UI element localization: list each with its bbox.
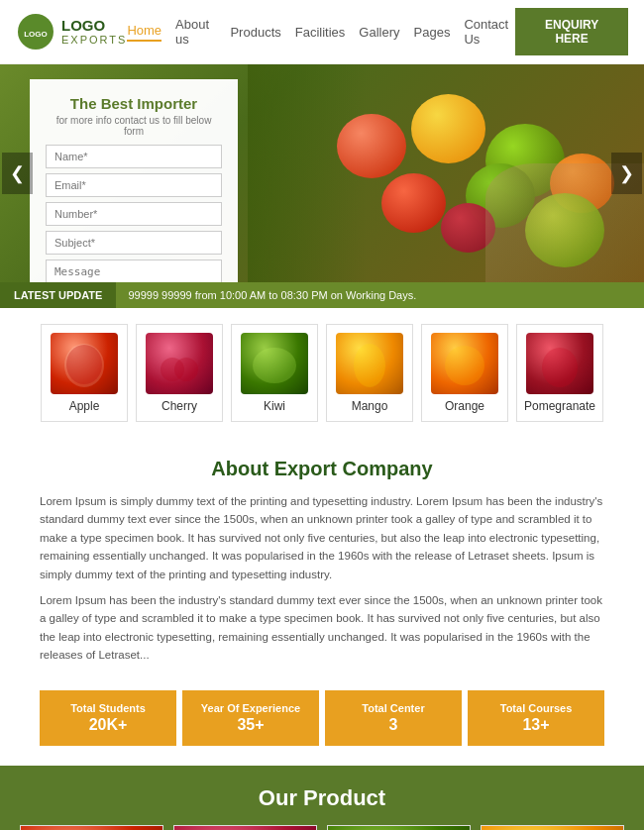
svg-point-6	[253, 348, 296, 383]
products-title: Our Product	[20, 785, 624, 811]
logo-icon: LOGO	[16, 12, 55, 52]
stat-experience-value: 35+	[186, 716, 315, 734]
svg-text:LOGO: LOGO	[24, 30, 48, 39]
next-arrow-button[interactable]: ❯	[611, 153, 642, 194]
about-title: About Export Company	[40, 458, 604, 480]
stat-students: Total Students 20K+	[40, 690, 176, 746]
stat-students-label: Total Students	[44, 702, 172, 714]
mango-label: Mango	[352, 399, 388, 413]
product-mango-img	[482, 826, 623, 830]
contact-form: The Best Importer for more info contact …	[30, 79, 238, 282]
categories-section: Apple Cherry Kiwi Mango Orange Pomegrana…	[0, 308, 644, 438]
nav-facilities[interactable]: Facilities	[295, 25, 346, 40]
nav-contact[interactable]: Contact Us	[464, 17, 515, 47]
enquiry-button[interactable]: ENQUIRY HERE	[515, 8, 628, 55]
pomegranate-label: Pomegranate	[524, 399, 595, 413]
about-para2: Lorem Ipsum has been the industry's stan…	[40, 591, 604, 665]
form-title: The Best Importer	[46, 95, 222, 112]
nav-about[interactable]: About us	[175, 17, 216, 47]
stat-courses-label: Total Courses	[472, 702, 600, 714]
category-cherry[interactable]: Cherry	[136, 324, 223, 422]
products-section: Our Product Apple Cherry Kiwi Mango	[0, 766, 644, 830]
prev-arrow-button[interactable]: ❮	[2, 153, 33, 194]
stat-center-label: Total Center	[329, 702, 458, 714]
stat-experience-label: Year Of Experience	[186, 702, 315, 714]
hero-section: ❮ The Best Importer for more info contac…	[0, 64, 644, 282]
subject-input[interactable]	[46, 231, 222, 255]
svg-point-8	[445, 346, 484, 385]
kiwi-img	[241, 333, 308, 394]
about-para1: Lorem Ipsum is simply dummy text of the …	[40, 492, 604, 583]
apple-label: Apple	[69, 399, 100, 413]
stat-courses-value: 13+	[472, 716, 600, 734]
svg-point-9	[542, 348, 578, 387]
category-mango[interactable]: Mango	[326, 324, 413, 422]
kiwi-label: Kiwi	[264, 399, 285, 413]
nav-products[interactable]: Products	[230, 25, 280, 40]
message-input[interactable]	[46, 259, 222, 282]
stat-experience: Year Of Experience 35+	[182, 690, 319, 746]
apple-img	[51, 333, 118, 394]
product-apple-img	[21, 826, 162, 830]
stat-students-value: 20K+	[44, 716, 172, 734]
product-kiwi[interactable]: Kiwi	[327, 825, 471, 830]
about-section: About Export Company Lorem Ipsum is simp…	[0, 438, 644, 680]
main-nav: Home About us Products Facilities Galler…	[127, 17, 515, 47]
logo: LOGO LOGO EXPORTS	[16, 12, 127, 52]
category-orange[interactable]: Orange	[421, 324, 508, 422]
product-mango[interactable]: Mango	[481, 825, 624, 830]
product-cherry-img	[174, 826, 316, 830]
email-input[interactable]	[46, 173, 222, 197]
mango-img	[336, 333, 403, 394]
ticker-text: 99999 99999 from 10:00 AM to 08:30 PM on…	[128, 289, 416, 301]
orange-label: Orange	[445, 399, 484, 413]
product-kiwi-img	[328, 826, 470, 830]
stat-courses: Total Courses 13+	[468, 690, 604, 746]
hero-fruits-decoration	[248, 64, 644, 282]
form-subtitle: for more info contact us to fill below f…	[46, 115, 222, 137]
stats-section: Total Students 20K+ Year Of Experience 3…	[0, 680, 644, 766]
product-apple[interactable]: Apple	[20, 825, 163, 830]
category-pomegranate[interactable]: Pomegranate	[516, 324, 603, 422]
category-kiwi[interactable]: Kiwi	[231, 324, 318, 422]
nav-gallery[interactable]: Gallery	[359, 25, 399, 40]
stat-center: Total Center 3	[325, 690, 462, 746]
number-input[interactable]	[46, 202, 222, 226]
stat-center-value: 3	[329, 716, 458, 734]
svg-point-3	[66, 345, 102, 384]
pomegranate-img	[526, 333, 593, 394]
category-apple[interactable]: Apple	[41, 324, 128, 422]
ticker-bar: LATEST UPDATE 99999 99999 from 10:00 AM …	[0, 282, 644, 308]
product-cherry[interactable]: Cherry	[173, 825, 317, 830]
cherry-img	[146, 333, 213, 394]
cherry-label: Cherry	[161, 399, 197, 413]
site-header: LOGO LOGO EXPORTS Home About us Products…	[0, 0, 644, 64]
nav-pages[interactable]: Pages	[414, 25, 451, 40]
svg-point-7	[354, 344, 385, 387]
products-grid: Apple Cherry Kiwi Mango Orange	[20, 825, 624, 830]
ticker-label: LATEST UPDATE	[0, 282, 116, 308]
svg-point-5	[174, 358, 198, 381]
logo-text: LOGO EXPORTS	[61, 18, 127, 47]
orange-img	[431, 333, 498, 394]
name-input[interactable]	[46, 145, 222, 168]
nav-home[interactable]: Home	[127, 23, 161, 42]
